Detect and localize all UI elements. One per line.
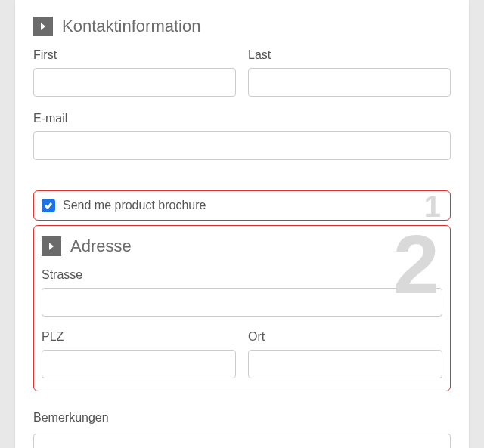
remarks-col: Bemerkungen [33, 411, 451, 448]
city-input[interactable] [248, 350, 442, 378]
street-input[interactable] [42, 288, 442, 317]
callout-1: Send me product brochure 1 [33, 190, 451, 221]
street-col: Strasse [42, 268, 442, 317]
remarks-row: Bemerkungen [33, 411, 451, 448]
chevron-right-icon[interactable] [42, 236, 61, 256]
last-name-input[interactable] [248, 68, 451, 97]
brochure-checkbox-row[interactable]: Send me product brochure [34, 191, 450, 220]
brochure-label: Send me product brochure [63, 199, 206, 212]
street-label: Strasse [42, 268, 442, 282]
address-section-header: Adresse [42, 236, 442, 256]
address-section-title: Adresse [70, 236, 132, 256]
zip-input[interactable] [42, 350, 236, 378]
zip-col: PLZ [42, 330, 236, 378]
form-card: Kontaktinformation First Last E-mail Sen… [15, 0, 469, 448]
email-row: E-mail [33, 112, 451, 160]
email-label: E-mail [33, 112, 451, 125]
city-col: Ort [248, 330, 442, 378]
email-col: E-mail [33, 112, 451, 160]
chevron-right-icon[interactable] [33, 17, 53, 36]
contact-section-header: Kontaktinformation [33, 17, 451, 36]
first-name-col: First [33, 48, 236, 97]
last-name-col: Last [248, 48, 451, 97]
email-input[interactable] [33, 131, 451, 160]
first-name-label: First [33, 48, 236, 62]
street-row: Strasse [42, 268, 442, 317]
callout-2: 2 Adresse Strasse PLZ Ort [33, 225, 451, 391]
last-name-label: Last [248, 48, 451, 62]
name-row: First Last [33, 48, 451, 97]
contact-section-title: Kontaktinformation [62, 17, 200, 36]
first-name-input[interactable] [33, 68, 236, 97]
city-label: Ort [248, 330, 442, 344]
remarks-label: Bemerkungen [33, 411, 451, 425]
zip-label: PLZ [42, 330, 236, 344]
zip-city-row: PLZ Ort [42, 330, 442, 378]
remarks-input[interactable] [33, 434, 451, 448]
checkbox-checked-icon[interactable] [42, 199, 55, 212]
